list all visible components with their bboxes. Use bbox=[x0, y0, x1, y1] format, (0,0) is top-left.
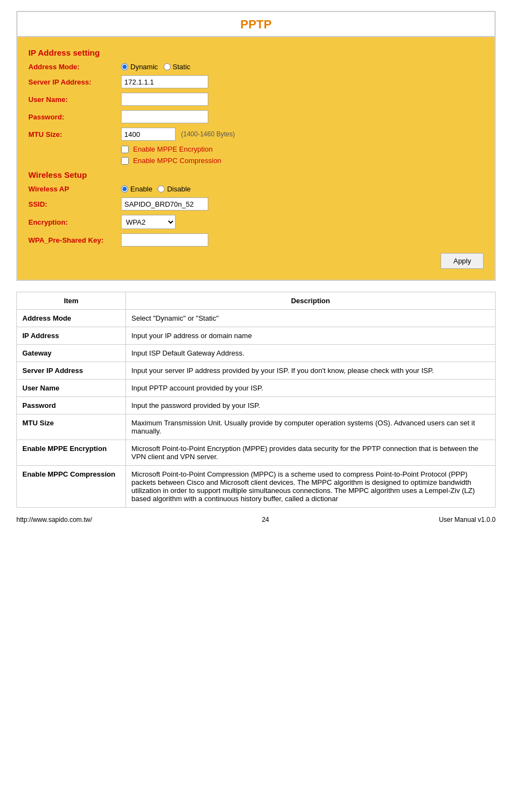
table-row: MTU SizeMaximum Transmission Unit. Usual… bbox=[17, 414, 496, 440]
server-ip-label: Server IP Address: bbox=[28, 78, 121, 86]
footer-page: 24 bbox=[262, 516, 269, 524]
table-cell-description: Maximum Transmission Unit. Usually provi… bbox=[126, 414, 496, 440]
username-row: User Name: bbox=[28, 93, 484, 106]
table-row: Server IP AddressInput your server IP ad… bbox=[17, 362, 496, 380]
wireless-section: Wireless Setup Wireless AP Enable Disabl… bbox=[28, 170, 484, 246]
table-row: PasswordInput the password provided by y… bbox=[17, 397, 496, 414]
enable-radio-label[interactable]: Enable bbox=[121, 185, 152, 193]
footer-url[interactable]: http://www.sapido.com.tw/ bbox=[16, 516, 92, 524]
table-cell-description: Input ISP Default Gateway Address. bbox=[126, 345, 496, 362]
table-cell-item: Server IP Address bbox=[17, 362, 126, 380]
disable-radio[interactable] bbox=[158, 185, 165, 193]
encryption-row: Encryption: WPA2 WPA WEP None bbox=[28, 215, 484, 229]
table-cell-description: Input your IP address or domain name bbox=[126, 327, 496, 345]
apply-row: Apply bbox=[28, 253, 484, 269]
username-input[interactable] bbox=[121, 93, 208, 106]
dynamic-radio[interactable] bbox=[121, 63, 128, 70]
wpa-key-row: WPA_Pre-Shared Key: bbox=[28, 233, 484, 246]
enable-label: Enable bbox=[130, 185, 152, 193]
wireless-section-title: Wireless Setup bbox=[28, 170, 484, 179]
ip-address-section-title: IP Address setting bbox=[28, 48, 484, 57]
table-row: User NameInput PPTP account provided by … bbox=[17, 380, 496, 397]
ssid-label: SSID: bbox=[28, 200, 121, 208]
encryption-select[interactable]: WPA2 WPA WEP None bbox=[121, 215, 176, 229]
password-label: Password: bbox=[28, 113, 121, 121]
wpa-key-label: WPA_Pre-Shared Key: bbox=[28, 236, 121, 244]
table-row: Enable MPPC CompressionMicrosoft Point-t… bbox=[17, 466, 496, 508]
password-row: Password: bbox=[28, 110, 484, 123]
mppc-checkbox[interactable] bbox=[121, 157, 129, 165]
disable-radio-label[interactable]: Disable bbox=[158, 185, 190, 193]
table-row: Enable MPPE EncryptionMicrosoft Point-to… bbox=[17, 440, 496, 466]
static-radio-label[interactable]: Static bbox=[164, 63, 191, 71]
server-ip-row: Server IP Address: bbox=[28, 75, 484, 88]
address-mode-radio-group: Dynamic Static bbox=[121, 63, 190, 71]
table-header-item: Item bbox=[17, 292, 126, 310]
table-cell-item: Address Mode bbox=[17, 310, 126, 327]
wpa-key-input[interactable] bbox=[121, 233, 208, 246]
static-radio[interactable] bbox=[164, 63, 171, 70]
mppc-label: Enable MPPC Compression bbox=[133, 157, 221, 165]
server-ip-input[interactable] bbox=[121, 75, 208, 88]
table-cell-description: Input your server IP address provided by… bbox=[126, 362, 496, 380]
table-row: GatewayInput ISP Default Gateway Address… bbox=[17, 345, 496, 362]
table-cell-description: Input the password provided by your ISP. bbox=[126, 397, 496, 414]
ssid-input[interactable] bbox=[121, 197, 208, 210]
dynamic-label: Dynamic bbox=[130, 63, 158, 71]
footer-version: User Manual v1.0.0 bbox=[439, 516, 496, 524]
mtu-input[interactable] bbox=[121, 128, 176, 141]
mppe-row: Enable MPPE Encryption bbox=[121, 145, 484, 153]
encryption-label: Encryption: bbox=[28, 218, 121, 226]
table-row: Address ModeSelect "Dynamic" or "Static" bbox=[17, 310, 496, 327]
enable-radio[interactable] bbox=[121, 185, 128, 193]
mppe-label: Enable MPPE Encryption bbox=[133, 145, 213, 153]
password-input[interactable] bbox=[121, 110, 208, 123]
table-header-description: Description bbox=[126, 292, 496, 310]
table-cell-item: MTU Size bbox=[17, 414, 126, 440]
footer: http://www.sapido.com.tw/ 24 User Manual… bbox=[16, 516, 496, 524]
pptp-title: PPTP bbox=[17, 12, 495, 37]
pptp-body: IP Address setting Address Mode: Dynamic… bbox=[17, 37, 495, 280]
mppe-checkbox[interactable] bbox=[121, 146, 129, 153]
mtu-label: MTU Size: bbox=[28, 130, 121, 139]
ssid-row: SSID: bbox=[28, 197, 484, 210]
dynamic-radio-label[interactable]: Dynamic bbox=[121, 63, 158, 71]
mppc-row: Enable MPPC Compression bbox=[121, 157, 484, 165]
mtu-hint: (1400-1460 Bytes) bbox=[181, 130, 235, 138]
table-cell-item: IP Address bbox=[17, 327, 126, 345]
table-cell-description: Input PPTP account provided by your ISP. bbox=[126, 380, 496, 397]
wireless-ap-radio-group: Enable Disable bbox=[121, 185, 191, 193]
table-cell-description: Microsoft Point-to-Point Compression (MP… bbox=[126, 466, 496, 508]
table-cell-item: User Name bbox=[17, 380, 126, 397]
wireless-ap-row: Wireless AP Enable Disable bbox=[28, 185, 484, 193]
table-cell-item: Password bbox=[17, 397, 126, 414]
table-row: IP AddressInput your IP address or domai… bbox=[17, 327, 496, 345]
disable-label: Disable bbox=[167, 185, 190, 193]
mtu-input-group: (1400-1460 Bytes) bbox=[121, 128, 235, 141]
table-cell-item: Gateway bbox=[17, 345, 126, 362]
table-cell-item: Enable MPPC Compression bbox=[17, 466, 126, 508]
address-mode-row: Address Mode: Dynamic Static bbox=[28, 63, 484, 71]
static-label: Static bbox=[173, 63, 191, 71]
pptp-panel: PPTP IP Address setting Address Mode: Dy… bbox=[16, 11, 496, 281]
table-cell-description: Microsoft Point-to-Point Encryption (MPP… bbox=[126, 440, 496, 466]
wireless-ap-label: Wireless AP bbox=[28, 185, 121, 193]
description-table: Item Description Address ModeSelect "Dyn… bbox=[16, 292, 496, 508]
apply-button[interactable]: Apply bbox=[441, 253, 484, 269]
address-mode-label: Address Mode: bbox=[28, 63, 121, 71]
table-cell-item: Enable MPPE Encryption bbox=[17, 440, 126, 466]
mtu-row: MTU Size: (1400-1460 Bytes) bbox=[28, 128, 484, 141]
username-label: User Name: bbox=[28, 95, 121, 104]
table-cell-description: Select "Dynamic" or "Static" bbox=[126, 310, 496, 327]
